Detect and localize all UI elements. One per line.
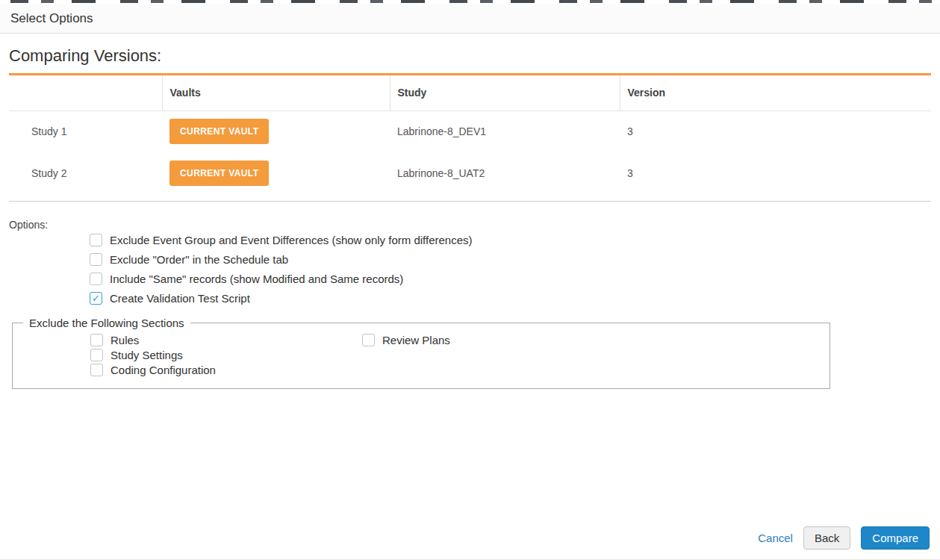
options-checkbox-list: ✓ Exclude Event Group and Event Differen… [90,234,931,305]
option-row: ✓ Study Settings [90,349,362,361]
checkbox-exclude-event-group[interactable]: ✓ [90,234,102,246]
dialog-title: Select Options [10,11,93,25]
option-row: ✓ Rules [90,334,362,346]
options-label: Options: [9,219,931,231]
dialog-header: Select Options [0,4,940,34]
page-title: Comparing Versions: [9,46,931,66]
current-vault-button[interactable]: CURRENT VAULT [169,119,269,144]
option-row: ✓ Include "Same" records (show Modified … [90,273,931,285]
exclude-right-column: ✓ Review Plans [362,334,450,379]
checkmark-icon: ✓ [92,293,100,303]
checkbox-exclude-order[interactable]: ✓ [90,253,102,266]
column-header-vaults: Vaults [162,75,390,111]
version-value: 3 [620,152,931,194]
dialog-body: Comparing Versions: Vaults Study Version… [0,46,940,389]
checkbox-study-settings[interactable]: ✓ [90,349,103,361]
section-divider [9,201,931,202]
dialog-footer: Cancel Back Compare [758,526,930,550]
study-name: Labrinone-8_UAT2 [390,152,620,194]
options-section: Options: ✓ Exclude Event Group and Event… [9,219,931,305]
option-row: ✓ Create Validation Test Script [90,292,931,305]
comparing-versions-table: Vaults Study Version Study 1 CURRENT VAU… [9,75,931,194]
checkbox-include-same-records[interactable]: ✓ [90,273,102,285]
option-label[interactable]: Include "Same" records (show Modified an… [110,273,403,285]
table-header-row: Vaults Study Version [9,75,931,111]
option-label[interactable]: Exclude Event Group and Event Difference… [110,234,473,246]
exclude-sections-legend: Exclude the Following Sections [23,317,190,329]
column-header-version: Version [620,75,931,111]
option-label[interactable]: Coding Configuration [111,364,216,376]
study-name: Labrinone-8_DEV1 [390,111,620,152]
column-header-study: Study [390,75,620,111]
current-vault-button[interactable]: CURRENT VAULT [169,161,269,186]
checkbox-create-validation-script[interactable]: ✓ [90,292,102,305]
option-label[interactable]: Review Plans [382,334,450,346]
option-label[interactable]: Create Validation Test Script [110,292,250,305]
checkbox-rules[interactable]: ✓ [90,334,103,346]
back-button[interactable]: Back [803,526,850,550]
row-label-study1: Study 1 [9,111,162,152]
option-row: ✓ Exclude "Order" in the Schedule tab [90,253,931,266]
compare-button[interactable]: Compare [861,526,930,550]
select-options-dialog: Select Options Comparing Versions: Vault… [0,4,940,560]
option-label[interactable]: Study Settings [111,349,183,361]
table-row: Study 2 CURRENT VAULT Labrinone-8_UAT2 3 [9,152,931,194]
checkbox-review-plans[interactable]: ✓ [362,334,375,346]
option-label[interactable]: Rules [111,334,139,346]
exclude-left-column: ✓ Rules ✓ Study Settings ✓ Coding Config… [90,334,362,379]
version-value: 3 [620,111,931,152]
exclude-sections-fieldset: Exclude the Following Sections ✓ Rules ✓… [12,317,830,389]
option-row: ✓ Review Plans [362,334,450,346]
option-row: ✓ Exclude Event Group and Event Differen… [90,234,931,246]
row-label-study2: Study 2 [9,152,162,194]
table-row: Study 1 CURRENT VAULT Labrinone-8_DEV1 3 [9,111,931,152]
column-header-empty [9,75,162,111]
option-label[interactable]: Exclude "Order" in the Schedule tab [110,253,288,266]
cancel-link[interactable]: Cancel [758,532,793,544]
checkbox-coding-configuration[interactable]: ✓ [90,364,103,376]
exclude-sections-columns: ✓ Rules ✓ Study Settings ✓ Coding Config… [13,334,829,379]
option-row: ✓ Coding Configuration [90,364,362,376]
